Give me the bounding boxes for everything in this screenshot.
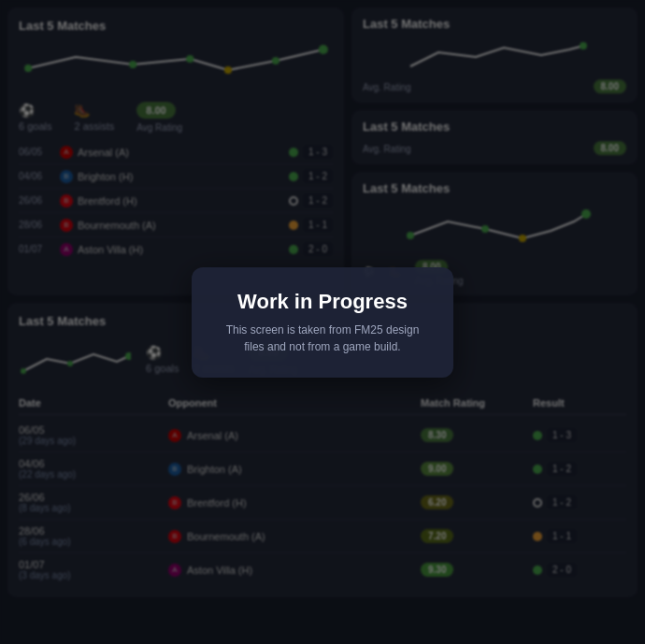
wip-overlay: Work in Progress This screen is taken fr… bbox=[0, 0, 645, 644]
wip-box: Work in Progress This screen is taken fr… bbox=[192, 267, 453, 378]
wip-description: This screen is taken from FM25 design fi… bbox=[222, 322, 423, 355]
wip-title: Work in Progress bbox=[222, 290, 423, 314]
